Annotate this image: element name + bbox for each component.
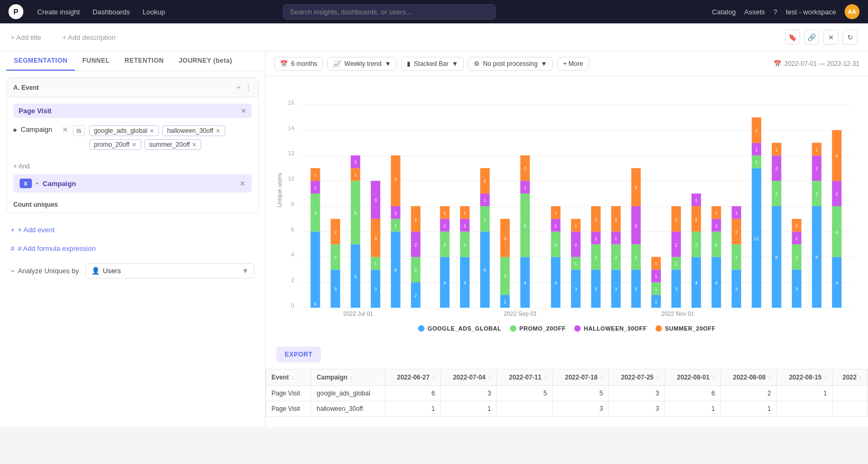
nav-catalog[interactable]: Catalog (712, 8, 736, 16)
col-2022-08-15[interactable]: 2022-08-15 ↕ (777, 369, 832, 386)
filter-tag-halloween-close[interactable]: ✕ (216, 128, 220, 134)
col-2022-08-01[interactable]: 2022-08-01 ↕ (665, 369, 720, 386)
tab-journey[interactable]: JOURNEY (beta) (171, 52, 240, 71)
svg-text:2: 2 (795, 255, 798, 260)
filter-op[interactable]: is (73, 125, 85, 136)
event-block-header: A. Event + ⋮ (7, 78, 258, 97)
svg-text:3: 3 (574, 286, 577, 292)
nav-dashboards[interactable]: Dashboards (87, 5, 135, 19)
legend-dot-summer (656, 325, 662, 332)
col-2022-08-08[interactable]: 2022-08-08 ↕ (721, 369, 777, 386)
processing-icon: ⚙ (474, 60, 480, 68)
nav-workspace[interactable]: test - workspace (786, 8, 836, 16)
col-2022-07-18[interactable]: 2022-07-18 ↕ (552, 369, 608, 386)
avatar[interactable]: AA (845, 4, 860, 19)
svg-text:2: 2 (815, 191, 818, 197)
svg-text:2: 2 (444, 242, 446, 248)
export-button[interactable]: EXPORT (276, 347, 321, 362)
svg-text:1: 1 (354, 172, 357, 178)
export-area: EXPORT (266, 347, 868, 369)
svg-text:1: 1 (715, 223, 718, 229)
event-block: A. Event + ⋮ Page Visit ✕ Campaign ✕ is (6, 78, 259, 213)
cell-val: 1 (440, 401, 496, 417)
analyze-label: ~ Analyze Uniques by (11, 267, 79, 275)
filter-tag-promo-close[interactable]: ✕ (132, 141, 137, 148)
svg-text:8: 8 (291, 201, 294, 207)
table-row: Page Visit halloween_30off 1 1 3 3 1 1 (266, 401, 868, 417)
filter-dot (13, 129, 16, 132)
breakdown-close[interactable]: ✕ (240, 180, 245, 188)
nav-links: Create insight Dashboards Lookup (32, 5, 171, 19)
refresh-icon[interactable]: ↻ (843, 30, 857, 45)
bookmark-icon[interactable]: 🔖 (785, 30, 800, 45)
svg-text:4: 4 (836, 230, 838, 235)
svg-text:1: 1 (675, 261, 677, 266)
search-input[interactable] (283, 4, 496, 20)
nav-lookup[interactable]: Lookup (137, 5, 171, 19)
col-2022-07-11[interactable]: 2022-07-11 ↕ (497, 369, 552, 386)
more-button[interactable]: + More (557, 57, 589, 71)
col-2022-06-27[interactable]: 2022-06-27 ↕ (385, 369, 440, 386)
svg-text:1: 1 (795, 223, 798, 229)
svg-text:2: 2 (594, 217, 597, 222)
svg-text:3: 3 (374, 198, 377, 203)
legend-dot-halloween (574, 325, 581, 332)
col-campaign[interactable]: Campaign ↕ (311, 369, 385, 386)
col-2022-more[interactable]: 2022 ↕ (832, 369, 867, 386)
add-title[interactable]: + Add title (11, 33, 41, 41)
filter-tag-google-close[interactable]: ✕ (149, 128, 154, 134)
data-table: Event ↕ Campaign ↕ 2022-06-27 ↕ 2022-07-… (266, 369, 868, 417)
cell-val: 2 (721, 386, 777, 401)
analyze-select[interactable]: 👤 Users ▼ (86, 263, 255, 279)
tab-segmentation[interactable]: SEGMENTATION (6, 52, 75, 71)
svg-text:2: 2 (574, 242, 577, 248)
filter-tag-summer-close[interactable]: ✕ (192, 141, 197, 148)
and-row[interactable]: + And (7, 158, 258, 174)
trend-button[interactable]: 📈 Weekly trend ▼ (327, 57, 397, 71)
close-icon[interactable]: ✕ (823, 30, 838, 45)
add-formula[interactable]: # # Add formula expression (0, 240, 265, 257)
svg-text:1: 1 (314, 172, 317, 178)
nav-assets[interactable]: Assets (744, 8, 765, 16)
cell-val: 6 (385, 386, 440, 401)
nav-create-insight[interactable]: Create insight (32, 5, 85, 19)
svg-text:3: 3 (795, 286, 798, 292)
tab-retention[interactable]: RETENTION (117, 52, 172, 71)
event-more-icon[interactable]: ⋮ (245, 83, 252, 91)
svg-text:1: 1 (755, 147, 758, 153)
svg-text:2: 2 (675, 217, 677, 222)
nav-help[interactable]: ? (773, 8, 777, 16)
event-header-actions: + ⋮ (236, 83, 252, 91)
chart-type-button[interactable]: ▮ Stacked Bar ▼ (401, 57, 464, 71)
svg-text:2: 2 (735, 230, 738, 235)
svg-text:1: 1 (574, 261, 577, 266)
post-processing-button[interactable]: ⚙ No post processing ▼ (468, 57, 553, 71)
svg-text:2: 2 (735, 255, 738, 260)
add-description[interactable]: + Add description (62, 33, 115, 41)
tab-funnel[interactable]: FUNNEL (75, 52, 117, 71)
svg-text:8: 8 (775, 255, 778, 260)
legend-halloween: HALLOWEEN_30OFF (574, 325, 647, 332)
svg-text:1: 1 (314, 185, 317, 190)
chevron-down-icon: ▼ (541, 60, 547, 68)
filter-property-remove[interactable]: ✕ (62, 125, 69, 134)
svg-text:2: 2 (483, 179, 486, 184)
svg-text:1: 1 (394, 210, 397, 216)
calendar-small-icon: 📅 (773, 60, 781, 68)
col-2022-07-04[interactable]: 2022-07-04 ↕ (440, 369, 496, 386)
svg-text:2: 2 (334, 230, 337, 235)
calendar-icon: 📅 (280, 60, 288, 68)
col-event[interactable]: Event ↕ (266, 369, 311, 386)
cell-val: 1 (777, 386, 832, 401)
svg-text:5: 5 (524, 223, 526, 229)
add-event[interactable]: + + Add event (0, 220, 265, 240)
svg-text:2: 2 (615, 217, 617, 222)
page-header: + Add title + Add description 🔖 🔗 ✕ ↻ (0, 23, 868, 52)
col-2022-07-25[interactable]: 2022-07-25 ↕ (609, 369, 665, 386)
page-visit-close[interactable]: ✕ (241, 107, 246, 115)
trend-icon: 📈 (333, 60, 341, 68)
event-add-icon[interactable]: + (236, 83, 241, 91)
date-range-button[interactable]: 📅 6 months (274, 57, 323, 71)
link-icon[interactable]: 🔗 (804, 30, 819, 45)
svg-text:1: 1 (374, 261, 377, 266)
